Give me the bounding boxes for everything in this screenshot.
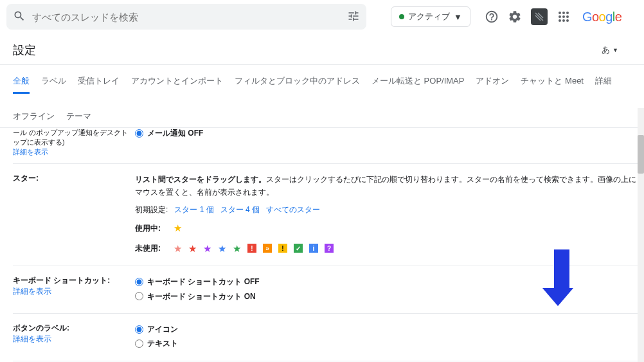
square-marker-icon[interactable]: i: [309, 244, 318, 253]
chevron-down-icon: ▼: [454, 12, 462, 22]
app-header: アクティブ ▼ Google: [0, 0, 644, 33]
search-box[interactable]: [6, 4, 366, 30]
tab-10[interactable]: テーマ: [66, 105, 91, 127]
star-preset-link[interactable]: スター 1 個: [174, 205, 213, 214]
star-preset-link[interactable]: スター 4 個: [220, 205, 260, 214]
section-keyboard-shortcuts: キーボード ショートカット: 詳細を表示 キーボード ショートカット OFFキー…: [13, 266, 638, 314]
apps-icon[interactable]: [557, 10, 571, 24]
square-marker-icon[interactable]: ✓: [294, 244, 303, 253]
tab-5[interactable]: メール転送と POP/IMAP: [371, 70, 464, 94]
buttonlabel-label-0[interactable]: アイコン: [147, 323, 178, 336]
keyboard-radio-0[interactable]: [135, 278, 143, 286]
bard-icon[interactable]: [531, 8, 548, 25]
google-logo[interactable]: Google: [582, 10, 622, 24]
square-marker-icon[interactable]: !: [247, 244, 256, 253]
section-button-labels: ボタンのラベル: 詳細を表示 アイコンテキスト: [13, 314, 638, 361]
section-notifications-partial: ール のポップアップ通知をデスクト ップに表示する) 詳細を表示 メール通知 O…: [13, 128, 638, 164]
header-icons: [485, 8, 571, 25]
tab-8[interactable]: 詳細: [595, 70, 612, 94]
tab-2[interactable]: 受信トレイ: [78, 70, 120, 94]
tab-1[interactable]: ラベル: [41, 70, 66, 94]
star-icon[interactable]: ★: [174, 240, 182, 257]
keyboard-label-1[interactable]: キーボード ショートカット ON: [147, 290, 256, 303]
search-icon: [13, 10, 26, 24]
learn-more-link[interactable]: 詳細を表示: [13, 147, 129, 157]
status-chip[interactable]: アクティブ ▼: [391, 6, 470, 27]
title-bar: 設定 あ ▼: [0, 33, 644, 65]
star-icon[interactable]: ★: [233, 240, 241, 257]
tab-3[interactable]: アカウントとインポート: [131, 70, 223, 94]
help-icon[interactable]: [485, 10, 499, 24]
scrollbar-thumb[interactable]: [638, 135, 644, 174]
settings-icon[interactable]: [508, 10, 522, 24]
square-marker-icon[interactable]: !: [278, 244, 287, 253]
star-icon[interactable]: ★: [174, 220, 182, 237]
buttonlabel-radio-0[interactable]: [135, 325, 143, 334]
mail-notify-off-label[interactable]: メール通知 OFF: [147, 128, 203, 140]
status-dot-icon: [399, 14, 404, 19]
section-stars: スター: リスト間でスターをドラッグします。スターはクリックするたびに下記の順で…: [13, 164, 638, 266]
tab-4[interactable]: フィルタとブロック中のアドレス: [235, 70, 360, 94]
mail-notify-off-radio[interactable]: [135, 129, 143, 138]
language-selector[interactable]: あ ▼: [602, 44, 618, 56]
keyboard-radio-1[interactable]: [135, 292, 143, 300]
star-icon[interactable]: ★: [203, 240, 211, 257]
tab-0[interactable]: 全般: [13, 70, 30, 94]
search-input[interactable]: [32, 12, 347, 23]
settings-tabs: 全般ラベル受信トレイアカウントとインポートフィルタとブロック中のアドレスメール転…: [0, 65, 644, 128]
star-preset-link[interactable]: すべてのスター: [266, 205, 320, 214]
learn-more-link[interactable]: 詳細を表示: [13, 286, 129, 297]
square-marker-icon[interactable]: »: [263, 244, 272, 253]
tab-7[interactable]: チャットと Meet: [521, 70, 584, 94]
settings-content: ール のポップアップ通知をデスクト ップに表示する) 詳細を表示 メール通知 O…: [0, 128, 644, 362]
status-label: アクティブ: [408, 11, 450, 23]
buttonlabel-label-1[interactable]: テキスト: [147, 337, 178, 350]
tab-9[interactable]: オフライン: [13, 105, 55, 127]
square-marker-icon[interactable]: ?: [325, 244, 334, 253]
keyboard-label-0[interactable]: キーボード ショートカット OFF: [147, 275, 260, 288]
buttonlabel-radio-1[interactable]: [135, 339, 143, 348]
tune-icon[interactable]: [347, 10, 360, 24]
tab-6[interactable]: アドオン: [476, 70, 509, 94]
star-icon[interactable]: ★: [218, 240, 226, 257]
learn-more-link[interactable]: 詳細を表示: [13, 334, 129, 345]
chevron-down-icon: ▼: [613, 47, 618, 53]
star-icon[interactable]: ★: [188, 240, 197, 257]
page-title: 設定: [13, 42, 36, 58]
